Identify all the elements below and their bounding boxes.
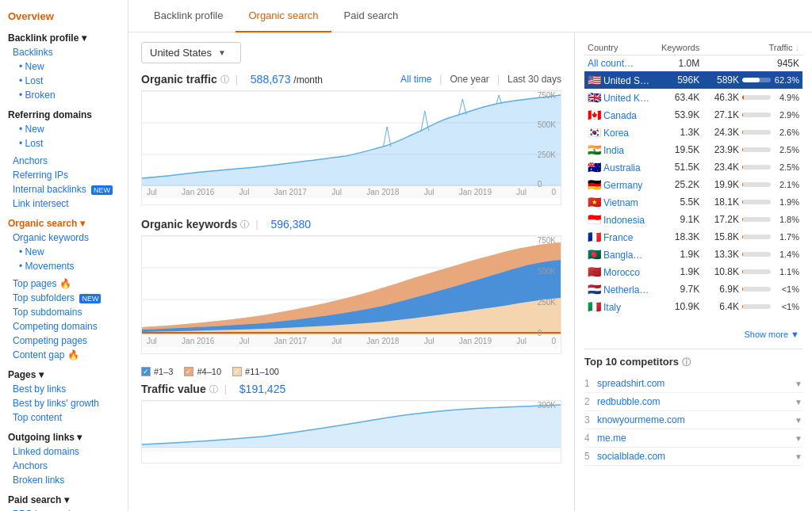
sidebar-item-broken-links[interactable]: Broken links — [0, 473, 128, 487]
sidebar-item-anchors[interactable]: Anchors — [0, 154, 128, 168]
traffic-cell: 945K — [703, 55, 802, 72]
country-name[interactable]: All count… — [588, 58, 634, 69]
traffic-value-cell: 15.8K — [710, 231, 739, 242]
new-badge-subfolders: NEW — [79, 294, 101, 303]
competitor-name[interactable]: knowyourmeme.com — [597, 414, 795, 425]
country-flag: 🇻🇳 — [588, 196, 601, 208]
legend-item-4-10[interactable]: ✓ #4–10 — [184, 367, 221, 376]
sidebar-item-best-by-links-growth[interactable]: Best by links' growth — [0, 396, 128, 410]
country-name[interactable]: United K… — [603, 93, 649, 104]
competitor-name[interactable]: redbubble.com — [597, 396, 795, 407]
traffic-cell: 18.1K1.9% — [703, 193, 802, 211]
sidebar-item-linked-domains[interactable]: Linked domains — [0, 444, 128, 459]
keywords-cell: 10.9K — [656, 298, 703, 315]
time-filter-oneyear[interactable]: One year — [450, 74, 488, 85]
sidebar-item-organic-keywords[interactable]: Organic keywords — [0, 231, 128, 245]
keywords-cell: 1.9K — [656, 246, 703, 263]
country-cell: 🇩🇪Germany — [584, 176, 656, 193]
country-cell: All count… — [584, 55, 656, 72]
competitor-name[interactable]: me.me — [597, 433, 795, 444]
sidebar-item-competing-domains[interactable]: Competing domains — [0, 319, 128, 334]
country-name[interactable]: Morocco — [603, 267, 640, 278]
tab-organic-search[interactable]: Organic search — [236, 0, 331, 32]
competitor-dropdown-icon[interactable]: ▼ — [795, 398, 802, 406]
sidebar-item-paid-search[interactable]: Paid search ▾ — [0, 490, 128, 507]
sidebar-item-top-pages[interactable]: Top pages 🔥 — [0, 276, 128, 291]
sidebar-item-best-by-links[interactable]: Best by links — [0, 382, 128, 396]
sidebar-item-backlink-profile[interactable]: Backlink profile ▾ — [0, 29, 128, 45]
sidebar-item-top-subdomains[interactable]: Top subdomains — [0, 305, 128, 319]
competitor-name[interactable]: socialblade.com — [597, 451, 795, 462]
tab-backlink-profile[interactable]: Backlink profile — [141, 0, 236, 32]
country-name[interactable]: France — [603, 232, 633, 243]
traffic-value-amount: $191,425 — [239, 383, 285, 395]
sidebar-item-competing-pages[interactable]: Competing pages — [0, 334, 128, 348]
sidebar-item-lost-backlinks[interactable]: • Lost — [0, 74, 128, 88]
sidebar-item-ppc-keywords[interactable]: PPC keywords — [0, 507, 128, 511]
traffic-value-chart: 300K — [141, 400, 561, 463]
sidebar-item-new-ref-domains[interactable]: • New — [0, 122, 128, 136]
time-filter-last30[interactable]: Last 30 days — [508, 74, 561, 85]
tab-paid-search[interactable]: Paid search — [331, 0, 412, 32]
competitor-dropdown-icon[interactable]: ▼ — [795, 452, 802, 461]
sidebar-item-outgoing-links[interactable]: Outgoing links ▾ — [0, 428, 128, 444]
organic-traffic-info-icon: ⓘ — [220, 74, 229, 86]
country-name[interactable]: Germany — [603, 180, 642, 191]
show-more-button[interactable]: Show more ▼ — [584, 326, 802, 342]
panel-divider — [584, 349, 802, 349]
country-dropdown[interactable]: United States ▼ — [141, 42, 241, 63]
competitor-dropdown-icon[interactable]: ▼ — [795, 416, 802, 425]
sidebar-item-organic-search[interactable]: Organic search ▾ — [0, 214, 128, 231]
traffic-pct-text: <1% — [774, 284, 799, 294]
traffic-bar-bg — [742, 182, 771, 187]
traffic-cell: 27.1K2.9% — [703, 106, 802, 124]
value-chart-x-labels — [142, 448, 561, 452]
traffic-bar-bg — [742, 112, 771, 117]
traffic-bar-fill — [742, 95, 744, 100]
legend-item-11-100[interactable]: ✓ #11–100 — [232, 367, 279, 376]
sidebar-item-new-backlinks[interactable]: • New — [0, 59, 128, 74]
sidebar-item-broken-backlinks[interactable]: • Broken — [0, 88, 128, 102]
competitor-dropdown-icon[interactable]: ▼ — [795, 379, 802, 388]
sidebar-item-top-content[interactable]: Top content — [0, 410, 128, 425]
traffic-pct-text: 2.1% — [774, 180, 799, 189]
sidebar-item-referring-ips[interactable]: Referring IPs — [0, 168, 128, 182]
country-name[interactable]: United S… — [603, 75, 649, 86]
table-row: 🇧🇩Bangla…1.9K13.3K1.4% — [584, 246, 802, 263]
time-filter: All time | One year | Last 30 days — [400, 74, 561, 85]
sidebar-item-internal-backlinks[interactable]: Internal backlinks NEW — [0, 182, 128, 196]
organic-traffic-title: Organic traffic — [141, 73, 217, 86]
country-name[interactable]: Australia — [603, 162, 641, 174]
sidebar-item-movements[interactable]: • Movements — [0, 259, 128, 273]
sidebar-item-link-intersect[interactable]: Link intersect — [0, 196, 128, 211]
country-name[interactable]: Bangla… — [603, 250, 642, 261]
dropdown-arrow-icon: ▼ — [218, 48, 226, 57]
competitor-item: 3knowyourmeme.com▼ — [584, 411, 802, 429]
country-name[interactable]: Netherla… — [603, 284, 649, 296]
country-name[interactable]: Canada — [603, 110, 637, 121]
competitor-name[interactable]: spreadshirt.com — [597, 378, 795, 389]
country-name[interactable]: India — [603, 145, 624, 156]
country-name[interactable]: Indonesia — [603, 215, 645, 226]
table-row: 🇫🇷France18.3K15.8K1.7% — [584, 228, 802, 246]
country-name[interactable]: Italy — [603, 302, 621, 313]
competitor-dropdown-icon[interactable]: ▼ — [795, 434, 802, 443]
sidebar-item-backlinks[interactable]: Backlinks — [0, 45, 128, 59]
sidebar-item-anchors-out[interactable]: Anchors — [0, 459, 128, 473]
sidebar-item-content-gap[interactable]: Content gap 🔥 — [0, 348, 128, 362]
traffic-pct-text: 2.9% — [774, 110, 799, 120]
sidebar-item-lost-ref-domains[interactable]: • Lost — [0, 136, 128, 151]
country-name[interactable]: Korea — [603, 128, 629, 139]
keywords-cell: 1.9K — [656, 263, 703, 280]
sidebar-item-new-organic[interactable]: • New — [0, 245, 128, 259]
sidebar-item-pages[interactable]: Pages ▾ — [0, 365, 128, 382]
traffic-pct-text: <1% — [774, 302, 799, 311]
sidebar-item-referring-domains[interactable]: Referring domains — [0, 105, 128, 122]
organic-keywords-chart: 750K 500K 250K 0 Jul Jan 2016 Jul Jan 20… — [141, 235, 561, 354]
time-filter-alltime[interactable]: All time — [400, 74, 431, 85]
sidebar-item-top-subfolders[interactable]: Top subfolders NEW — [0, 291, 128, 305]
country-flag: 🇨🇦 — [588, 109, 601, 121]
legend-item-1-3[interactable]: ✓ #1–3 — [141, 367, 173, 376]
overview-link[interactable]: Overview — [8, 10, 54, 22]
country-name[interactable]: Vietnam — [603, 197, 638, 208]
